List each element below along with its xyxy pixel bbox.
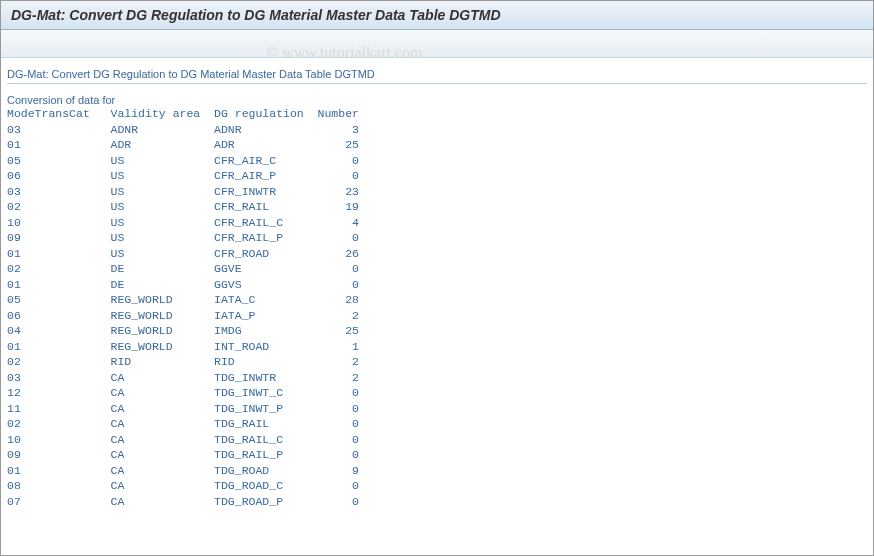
- title-bar: DG-Mat: Convert DG Regulation to DG Mate…: [1, 1, 873, 30]
- table-header: ModeTransCat Validity area DG regulation…: [7, 106, 867, 122]
- section-label: Conversion of data for: [7, 94, 867, 106]
- page-subtitle: DG-Mat: Convert DG Regulation to DG Mate…: [7, 68, 867, 84]
- window-title: DG-Mat: Convert DG Regulation to DG Mate…: [11, 7, 863, 23]
- data-table: 03 ADNR ADNR 3 01 ADR ADR 25 05 US CFR_A…: [7, 122, 867, 510]
- content-area: DG-Mat: Convert DG Regulation to DG Mate…: [1, 58, 873, 519]
- toolbar: © www.tutorialkart.com: [1, 30, 873, 58]
